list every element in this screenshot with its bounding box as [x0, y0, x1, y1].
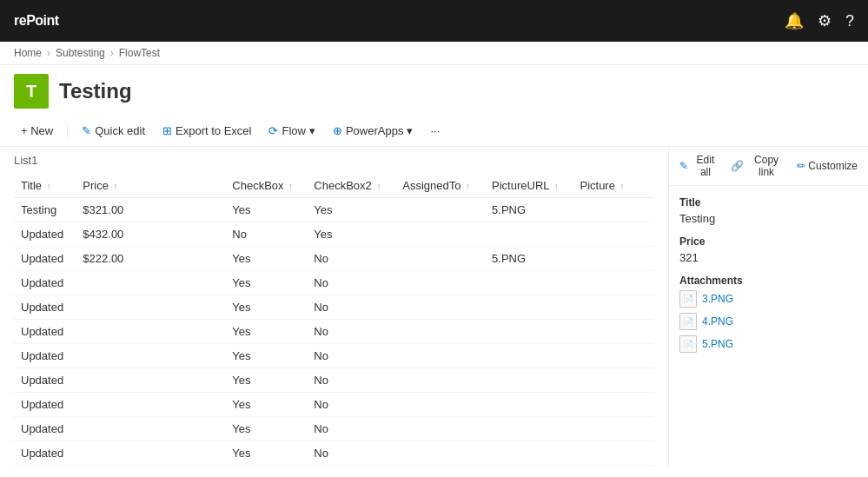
cell-picture	[573, 393, 637, 417]
customize-button[interactable]: ✏ Customize	[797, 160, 858, 172]
cell-title: Updated	[14, 441, 76, 466]
attachment-file-icon: 📄	[679, 335, 697, 353]
cell-checkbox: Yes	[225, 198, 307, 222]
copy-link-button[interactable]: 🔗 Copy link	[731, 154, 786, 178]
cell-title: Updated	[14, 344, 76, 368]
sort-icon-picture-url: ↑	[554, 182, 559, 191]
table-row[interactable]: Updated Yes No	[14, 344, 654, 368]
more-button[interactable]: ···	[423, 121, 447, 141]
cell-checkbox2: Yes	[307, 198, 395, 222]
table-row[interactable]: Updated Yes No	[14, 368, 654, 393]
col-price[interactable]: Price ↑	[76, 174, 225, 198]
attachment-name: 3.PNG	[702, 293, 733, 305]
export-icon: ⊞	[162, 124, 172, 137]
col-checkbox2[interactable]: CheckBox2 ↑	[307, 174, 395, 198]
powerapps-button[interactable]: ⊕ PowerApps ▾	[326, 121, 420, 141]
quick-edit-button[interactable]: ✎ Quick edit	[75, 121, 152, 141]
breadcrumb-sep-1: ›	[47, 47, 50, 59]
col-picture-url[interactable]: PictureURL ↑	[485, 174, 573, 198]
cell-assigned-to	[395, 271, 485, 295]
settings-icon[interactable]: ⚙	[818, 11, 832, 30]
export-button[interactable]: ⊞ Export to Excel	[156, 121, 258, 141]
breadcrumb-sep-2: ›	[110, 47, 114, 59]
cell-picture-url: 5.PNG	[485, 247, 573, 271]
cell-checkbox2: No	[307, 247, 395, 271]
help-icon[interactable]: ?	[845, 12, 854, 30]
attachment-item[interactable]: 📄 3.PNG	[679, 290, 858, 308]
cell-extra	[637, 247, 654, 271]
col-title[interactable]: Title ↑	[14, 174, 76, 198]
cell-picture-url	[485, 271, 573, 295]
new-button[interactable]: + New	[14, 121, 60, 141]
attachment-item[interactable]: 📄 5.PNG	[679, 335, 858, 353]
cell-checkbox2: Yes	[307, 222, 395, 247]
notification-icon[interactable]: 🔔	[785, 11, 804, 30]
cell-picture-url	[485, 344, 573, 368]
cell-checkbox2: No	[307, 344, 395, 368]
attachment-item[interactable]: 📄 4.PNG	[679, 313, 858, 330]
breadcrumb-flowtest[interactable]: FlowTest	[119, 47, 160, 59]
app-name: rePoint	[14, 13, 59, 29]
cell-picture-url	[485, 393, 573, 417]
cell-price: $321.00	[76, 198, 225, 222]
powerapps-chevron-icon: ▾	[407, 124, 413, 137]
cell-title: Updated	[14, 247, 76, 271]
flow-chevron-icon: ▾	[309, 124, 315, 137]
cell-picture-url	[485, 368, 573, 393]
attachment-name: 5.PNG	[702, 338, 733, 350]
table-row[interactable]: Updated Yes No	[14, 320, 654, 344]
quick-edit-icon: ✎	[82, 124, 91, 137]
table-row[interactable]: Updated Yes No	[14, 466, 654, 468]
cell-extra	[637, 393, 654, 417]
cell-picture	[573, 198, 637, 222]
cell-checkbox: Yes	[225, 393, 307, 417]
col-checkbox[interactable]: CheckBox ↑	[225, 174, 307, 198]
cell-picture-url	[485, 320, 573, 344]
edit-all-button[interactable]: ✎ Edit all	[679, 154, 720, 178]
breadcrumb-home[interactable]: Home	[14, 47, 42, 59]
cell-checkbox: Yes	[225, 441, 307, 466]
toolbar: + New ✎ Quick edit ⊞ Export to Excel ⟳ F…	[0, 116, 868, 147]
cell-checkbox: Yes	[225, 417, 307, 441]
col-assigned-to[interactable]: AssignedTo ↑	[395, 174, 485, 198]
cell-picture-url	[485, 441, 573, 466]
cell-assigned-to	[395, 344, 485, 368]
cell-price	[76, 368, 225, 393]
col-extra	[637, 174, 654, 198]
table-row[interactable]: Updated Yes No	[14, 295, 654, 320]
cell-checkbox2: No	[307, 417, 395, 441]
cell-picture	[573, 441, 637, 466]
cell-checkbox: Yes	[225, 344, 307, 368]
cell-checkbox2: No	[307, 393, 395, 417]
cell-checkbox: Yes	[225, 271, 307, 295]
table-row[interactable]: Updated Yes No	[14, 271, 654, 295]
cell-picture	[573, 295, 637, 320]
table-row[interactable]: Updated $222.00 Yes No 5.PNG	[14, 247, 654, 271]
cell-picture-url	[485, 222, 573, 247]
flow-button[interactable]: ⟳ Flow ▾	[262, 121, 321, 141]
cell-price	[76, 393, 225, 417]
cell-price	[76, 344, 225, 368]
price-label: Price	[679, 235, 858, 248]
cell-checkbox: Yes	[225, 320, 307, 344]
nav-left: rePoint	[14, 13, 59, 29]
cell-checkbox: Yes	[225, 295, 307, 320]
table-row[interactable]: Updated Yes No	[14, 417, 654, 441]
table-row[interactable]: Testing $321.00 Yes Yes 5.PNG	[14, 198, 654, 222]
cell-picture-url: 5.PNG	[485, 198, 573, 222]
cell-assigned-to	[395, 368, 485, 393]
cell-price: $432.00	[76, 222, 225, 247]
cell-picture	[573, 417, 637, 441]
sort-icon-title: ↑	[47, 182, 51, 191]
table-row[interactable]: Updated Yes No	[14, 393, 654, 417]
cell-extra	[637, 344, 654, 368]
cell-assigned-to	[395, 466, 485, 468]
list-content: List1 Title ↑ Price ↑ CheckBox ↑ CheckBo…	[0, 147, 668, 467]
col-picture[interactable]: Picture ↑	[573, 174, 637, 198]
breadcrumb-subtesting[interactable]: Subtesting	[56, 47, 105, 59]
table-row[interactable]: Updated Yes No	[14, 441, 654, 466]
list-name: List1	[14, 154, 654, 167]
cell-assigned-to	[395, 393, 485, 417]
cell-extra	[637, 320, 654, 344]
table-row[interactable]: Updated $432.00 No Yes	[14, 222, 654, 247]
